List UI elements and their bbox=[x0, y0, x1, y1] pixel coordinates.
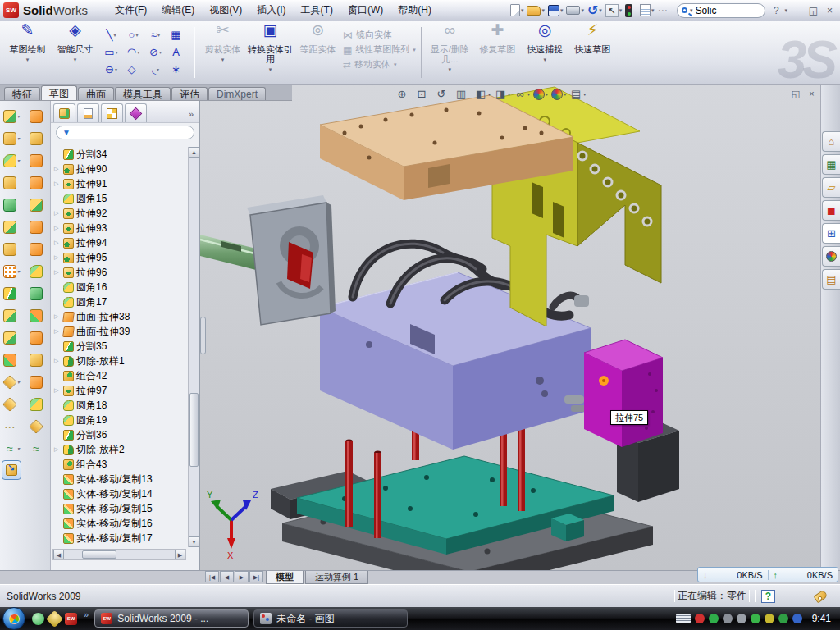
reference-plane-icon[interactable]: ▾ bbox=[3, 397, 20, 411]
tray-update-icon[interactable] bbox=[723, 614, 733, 623]
save-icon[interactable]: ▾ bbox=[546, 5, 565, 16]
lofted-cut-icon[interactable]: ▾ bbox=[3, 198, 20, 212]
filter-icon[interactable]: ▾ bbox=[655, 5, 673, 16]
feature-tree-item[interactable]: ▷拉伸93 bbox=[53, 221, 186, 235]
open-icon[interactable]: ▾ bbox=[525, 6, 546, 16]
menu-item[interactable]: 插入(I) bbox=[249, 2, 293, 17]
commandmanager-tab[interactable]: 模具工具 bbox=[115, 87, 171, 100]
quick-launch-solidworks-icon[interactable]: SW bbox=[65, 613, 77, 625]
file-explorer-tab[interactable]: ▱ bbox=[822, 177, 840, 198]
point-icon[interactable]: ∗▾ bbox=[167, 61, 189, 78]
expand-arrow-icon[interactable]: ▷ bbox=[54, 446, 61, 453]
zoom-fit-icon[interactable]: ⊕▾ bbox=[395, 88, 412, 100]
menu-item[interactable]: 文件(F) bbox=[107, 2, 154, 17]
propertymanager-tab[interactable] bbox=[77, 103, 99, 122]
options-icon[interactable]: ▾ bbox=[638, 4, 656, 16]
rapid-sketch-button[interactable]: ⚡快速草图▾ bbox=[570, 25, 615, 75]
menu-item[interactable]: 帮助(H) bbox=[390, 2, 439, 17]
feature-tree-item[interactable]: ▷拉伸95 bbox=[53, 250, 186, 265]
custom-properties-tab[interactable]: ▤ bbox=[822, 269, 840, 290]
expand-arrow-icon[interactable]: ▷ bbox=[54, 240, 61, 246]
model-nav-button[interactable]: ▶| bbox=[249, 571, 263, 582]
taskbar-task-button[interactable]: SWSolidWorks 2009 - ... bbox=[94, 609, 249, 628]
feature-tree-item[interactable]: ▷圆角18 bbox=[53, 398, 186, 413]
mirror-entities-button[interactable]: ⋈镜向实体▾ bbox=[343, 29, 416, 41]
hide-show-items-icon[interactable]: ∞▾ bbox=[514, 88, 530, 100]
commandmanager-tab[interactable]: DimXpert bbox=[208, 87, 266, 100]
expand-arrow-icon[interactable]: ▷ bbox=[54, 225, 61, 231]
panel-splitter[interactable] bbox=[200, 317, 206, 354]
move-entities-button[interactable]: ⇄移动实体▾ bbox=[343, 58, 416, 71]
solidworks-resources-tab[interactable]: ◼ bbox=[822, 200, 840, 221]
tray-antivirus-icon[interactable] bbox=[695, 614, 705, 623]
offset-entities-button[interactable]: ⊚等距实体▾ bbox=[295, 25, 340, 75]
tag-icon[interactable] bbox=[813, 589, 828, 603]
feature-tree-item[interactable]: ▷实体-移动/复制18 bbox=[53, 546, 186, 547]
tree-filter-input[interactable]: ▼ bbox=[56, 126, 194, 139]
smart-dimension-button[interactable]: ◈智能尺寸▾ bbox=[52, 25, 98, 65]
scrollbar-thumb[interactable] bbox=[82, 550, 116, 559]
feature-tree-item[interactable]: ▷圆角19 bbox=[53, 413, 186, 427]
repair-sketch-button[interactable]: ✚修复草图▾ bbox=[475, 25, 520, 75]
expand-arrow-icon[interactable]: ▷ bbox=[54, 313, 61, 320]
previous-view-icon[interactable]: ↺▾ bbox=[435, 88, 451, 100]
view-palette-tab[interactable]: ⊞ bbox=[822, 223, 840, 244]
feature-tree-item[interactable]: ▷组合42 bbox=[53, 368, 186, 383]
instant3d-button[interactable] bbox=[2, 460, 21, 480]
slot-icon[interactable]: ⊖▾ bbox=[100, 61, 122, 78]
feature-tree-item[interactable]: ▷拉伸96 bbox=[53, 265, 186, 280]
feature-tree-item[interactable]: ▷分割34 bbox=[53, 147, 186, 162]
feature-tree-item[interactable]: ▷实体-移动/复制17 bbox=[53, 531, 186, 546]
scrollbar-thumb[interactable] bbox=[189, 393, 199, 467]
model-nav-button[interactable]: ◀ bbox=[220, 571, 234, 582]
feature-tree-item[interactable]: ▷曲面-拉伸38 bbox=[53, 309, 186, 324]
feature-tree-item[interactable]: ▷实体-移动/复制16 bbox=[53, 516, 186, 531]
document-restore-icon[interactable]: ◱ bbox=[792, 89, 800, 99]
feature-tree-item[interactable]: ▷实体-移动/复制15 bbox=[53, 501, 186, 516]
quick-launch-chevron-icon[interactable]: » bbox=[84, 609, 89, 619]
model-tab[interactable]: 模型 bbox=[266, 571, 304, 584]
menu-item[interactable]: 视图(V) bbox=[202, 2, 249, 17]
feature-tree-item[interactable]: ▷拉伸97 bbox=[53, 383, 186, 398]
tray-wireless-warning-icon[interactable] bbox=[765, 614, 774, 623]
feature-tree-item[interactable]: ▷曲面-拉伸39 bbox=[53, 324, 186, 339]
graphics-viewport[interactable]: ⊕▾⊡▾↺▾▥▾◧▾◨▾∞▾▾▾▤▾ X Y Z bbox=[200, 85, 820, 570]
feature-tree-item[interactable]: ▷拉伸92 bbox=[53, 206, 186, 221]
parting-surface-icon[interactable] bbox=[30, 397, 43, 411]
spline-icon[interactable]: ≈▾ bbox=[144, 26, 167, 43]
sketch-text-icon[interactable]: A▾ bbox=[167, 43, 189, 61]
restore-button[interactable]: ◱ bbox=[805, 5, 822, 16]
taskbar-clock[interactable]: 9:41 bbox=[810, 613, 838, 624]
scroll-right-icon[interactable]: ▶ bbox=[175, 550, 185, 559]
start-button[interactable] bbox=[2, 607, 25, 630]
feature-tree-item[interactable]: ▷切除-放样2 bbox=[53, 442, 186, 457]
convert-entities-button[interactable]: ▣转换实体引用▾ bbox=[248, 25, 293, 75]
expand-arrow-icon[interactable]: ▷ bbox=[54, 210, 61, 217]
join-icon[interactable]: ▾ bbox=[3, 331, 20, 345]
expand-arrow-icon[interactable]: ▷ bbox=[54, 254, 61, 261]
untrim-surface-icon[interactable] bbox=[30, 286, 43, 300]
combine-icon[interactable]: ▾ bbox=[3, 308, 20, 322]
document-minimize-icon[interactable]: ─ bbox=[776, 89, 783, 99]
magenta-insert-block[interactable] bbox=[584, 340, 663, 447]
mold-curve-icon[interactable]: ≈ bbox=[30, 441, 43, 455]
display-style-icon[interactable]: ◨▾ bbox=[494, 88, 510, 100]
tree-vertical-scrollbar[interactable]: ▲ ▼ bbox=[188, 147, 199, 547]
quick-tips-icon[interactable]: ? bbox=[761, 590, 775, 603]
planar-surface-icon[interactable] bbox=[30, 153, 43, 167]
dimxpertmanager-tab[interactable] bbox=[125, 103, 147, 122]
polygon-icon[interactable]: ◇▾ bbox=[122, 61, 144, 78]
configurationmanager-tab[interactable] bbox=[101, 103, 123, 122]
move-copy-body-icon[interactable]: ▾ bbox=[3, 353, 20, 367]
feature-tree-item[interactable]: ▷分割36 bbox=[53, 427, 186, 442]
offset-surface-icon[interactable] bbox=[30, 176, 43, 189]
filled-surface-icon[interactable] bbox=[30, 242, 43, 256]
expand-arrow-icon[interactable]: ▷ bbox=[54, 358, 61, 364]
extruded-surface-icon[interactable] bbox=[30, 131, 43, 145]
home-tab[interactable]: ⌂ bbox=[822, 131, 840, 152]
search-box[interactable]: ▾Solic bbox=[677, 3, 765, 18]
view-settings-icon[interactable]: ▤▾ bbox=[569, 88, 586, 100]
quick-launch-messenger-icon[interactable] bbox=[32, 613, 44, 625]
feature-tree-item[interactable]: ▷分割35 bbox=[53, 339, 186, 354]
wrap-icon[interactable]: ▾ bbox=[3, 242, 20, 256]
